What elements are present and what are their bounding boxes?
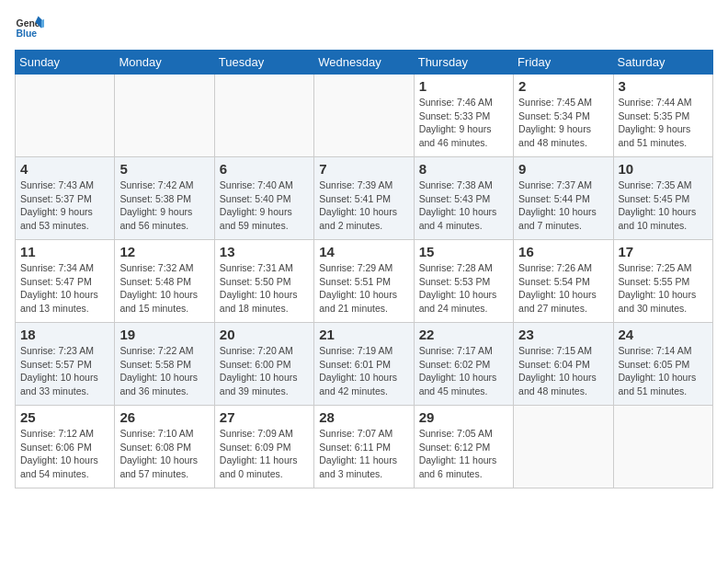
weekday-header-wednesday: Wednesday xyxy=(314,51,414,75)
calendar-week-row: 25Sunrise: 7:12 AMSunset: 6:06 PMDayligh… xyxy=(16,406,713,488)
weekday-header-tuesday: Tuesday xyxy=(214,51,313,75)
calendar-cell: 16Sunrise: 7:26 AMSunset: 5:54 PMDayligh… xyxy=(514,240,613,323)
calendar-cell: 22Sunrise: 7:17 AMSunset: 6:02 PMDayligh… xyxy=(414,323,513,406)
weekday-header-sunday: Sunday xyxy=(16,51,115,75)
day-info: Sunrise: 7:34 AMSunset: 5:47 PMDaylight:… xyxy=(20,261,109,316)
weekday-header-row: SundayMondayTuesdayWednesdayThursdayFrid… xyxy=(16,51,713,75)
calendar-cell xyxy=(115,75,214,157)
day-info: Sunrise: 7:38 AMSunset: 5:43 PMDaylight:… xyxy=(419,178,508,233)
day-number: 14 xyxy=(319,244,408,259)
day-info: Sunrise: 7:40 AMSunset: 5:40 PMDaylight:… xyxy=(220,178,309,233)
day-number: 27 xyxy=(220,409,309,425)
calendar-cell: 3Sunrise: 7:44 AMSunset: 5:35 PMDaylight… xyxy=(613,75,712,157)
day-number: 17 xyxy=(619,244,708,259)
day-number: 8 xyxy=(419,161,508,177)
day-info: Sunrise: 7:10 AMSunset: 6:08 PMDaylight:… xyxy=(119,427,209,481)
day-number: 3 xyxy=(619,78,708,94)
day-number: 16 xyxy=(518,244,608,259)
day-info: Sunrise: 7:42 AMSunset: 5:38 PMDaylight:… xyxy=(119,178,209,233)
day-number: 25 xyxy=(20,409,109,425)
day-number: 12 xyxy=(119,244,209,259)
day-info: Sunrise: 7:35 AMSunset: 5:45 PMDaylight:… xyxy=(619,178,708,233)
calendar-cell: 15Sunrise: 7:28 AMSunset: 5:53 PMDayligh… xyxy=(414,240,513,323)
day-info: Sunrise: 7:32 AMSunset: 5:48 PMDaylight:… xyxy=(119,261,209,316)
day-number: 5 xyxy=(119,161,209,177)
weekday-header-saturday: Saturday xyxy=(613,51,712,75)
day-info: Sunrise: 7:44 AMSunset: 5:35 PMDaylight:… xyxy=(619,96,708,150)
day-info: Sunrise: 7:22 AMSunset: 5:58 PMDaylight:… xyxy=(119,344,209,398)
calendar-cell: 1Sunrise: 7:46 AMSunset: 5:33 PMDaylight… xyxy=(414,75,513,157)
calendar-cell xyxy=(514,406,613,488)
calendar-cell: 28Sunrise: 7:07 AMSunset: 6:11 PMDayligh… xyxy=(314,406,414,488)
weekday-header-thursday: Thursday xyxy=(414,51,513,75)
day-info: Sunrise: 7:15 AMSunset: 6:04 PMDaylight:… xyxy=(518,344,608,398)
day-number: 9 xyxy=(518,161,608,177)
calendar-cell: 29Sunrise: 7:05 AMSunset: 6:12 PMDayligh… xyxy=(414,406,513,488)
logo: General Blue xyxy=(15,15,44,40)
calendar-cell: 18Sunrise: 7:23 AMSunset: 5:57 PMDayligh… xyxy=(16,323,115,406)
calendar-cell xyxy=(214,75,313,157)
day-info: Sunrise: 7:46 AMSunset: 5:33 PMDaylight:… xyxy=(419,96,508,150)
day-number: 1 xyxy=(419,78,508,94)
calendar-cell xyxy=(16,75,115,157)
day-number: 18 xyxy=(20,327,109,342)
day-info: Sunrise: 7:45 AMSunset: 5:34 PMDaylight:… xyxy=(518,96,608,150)
day-info: Sunrise: 7:31 AMSunset: 5:50 PMDaylight:… xyxy=(220,261,309,316)
day-number: 21 xyxy=(319,327,408,342)
day-number: 23 xyxy=(518,327,608,342)
day-number: 2 xyxy=(518,78,608,94)
logo-icon: General Blue xyxy=(15,15,44,40)
calendar-cell: 11Sunrise: 7:34 AMSunset: 5:47 PMDayligh… xyxy=(16,240,115,323)
calendar-cell: 14Sunrise: 7:29 AMSunset: 5:51 PMDayligh… xyxy=(314,240,414,323)
day-number: 20 xyxy=(220,327,309,342)
calendar-cell: 4Sunrise: 7:43 AMSunset: 5:37 PMDaylight… xyxy=(16,157,115,240)
day-number: 26 xyxy=(119,409,209,425)
day-info: Sunrise: 7:43 AMSunset: 5:37 PMDaylight:… xyxy=(20,178,109,233)
day-number: 4 xyxy=(20,161,109,177)
calendar-cell xyxy=(314,75,414,157)
calendar-cell: 12Sunrise: 7:32 AMSunset: 5:48 PMDayligh… xyxy=(115,240,214,323)
calendar-table: SundayMondayTuesdayWednesdayThursdayFrid… xyxy=(15,50,713,488)
day-info: Sunrise: 7:25 AMSunset: 5:55 PMDaylight:… xyxy=(619,261,708,316)
calendar-cell: 19Sunrise: 7:22 AMSunset: 5:58 PMDayligh… xyxy=(115,323,214,406)
calendar-cell: 25Sunrise: 7:12 AMSunset: 6:06 PMDayligh… xyxy=(16,406,115,488)
day-info: Sunrise: 7:05 AMSunset: 6:12 PMDaylight:… xyxy=(419,427,508,481)
page-header: General Blue xyxy=(15,15,713,40)
day-info: Sunrise: 7:39 AMSunset: 5:41 PMDaylight:… xyxy=(319,178,408,233)
calendar-cell: 9Sunrise: 7:37 AMSunset: 5:44 PMDaylight… xyxy=(514,157,613,240)
day-info: Sunrise: 7:28 AMSunset: 5:53 PMDaylight:… xyxy=(419,261,508,316)
calendar-cell: 26Sunrise: 7:10 AMSunset: 6:08 PMDayligh… xyxy=(115,406,214,488)
weekday-header-monday: Monday xyxy=(115,51,214,75)
day-info: Sunrise: 7:23 AMSunset: 5:57 PMDaylight:… xyxy=(20,344,109,398)
calendar-week-row: 4Sunrise: 7:43 AMSunset: 5:37 PMDaylight… xyxy=(16,157,713,240)
day-info: Sunrise: 7:20 AMSunset: 6:00 PMDaylight:… xyxy=(220,344,309,398)
day-info: Sunrise: 7:37 AMSunset: 5:44 PMDaylight:… xyxy=(518,178,608,233)
calendar-cell: 17Sunrise: 7:25 AMSunset: 5:55 PMDayligh… xyxy=(613,240,712,323)
day-info: Sunrise: 7:26 AMSunset: 5:54 PMDaylight:… xyxy=(518,261,608,316)
calendar-cell: 27Sunrise: 7:09 AMSunset: 6:09 PMDayligh… xyxy=(214,406,313,488)
day-number: 13 xyxy=(220,244,309,259)
day-number: 22 xyxy=(419,327,508,342)
day-number: 28 xyxy=(319,409,408,425)
calendar-cell xyxy=(613,406,712,488)
day-number: 19 xyxy=(119,327,209,342)
day-number: 6 xyxy=(220,161,309,177)
calendar-cell: 20Sunrise: 7:20 AMSunset: 6:00 PMDayligh… xyxy=(214,323,313,406)
day-info: Sunrise: 7:14 AMSunset: 6:05 PMDaylight:… xyxy=(619,344,708,398)
calendar-cell: 23Sunrise: 7:15 AMSunset: 6:04 PMDayligh… xyxy=(514,323,613,406)
svg-text:Blue: Blue xyxy=(17,29,38,39)
day-info: Sunrise: 7:17 AMSunset: 6:02 PMDaylight:… xyxy=(419,344,508,398)
calendar-cell: 24Sunrise: 7:14 AMSunset: 6:05 PMDayligh… xyxy=(613,323,712,406)
day-number: 24 xyxy=(619,327,708,342)
day-info: Sunrise: 7:29 AMSunset: 5:51 PMDaylight:… xyxy=(319,261,408,316)
calendar-cell: 6Sunrise: 7:40 AMSunset: 5:40 PMDaylight… xyxy=(214,157,313,240)
calendar-cell: 21Sunrise: 7:19 AMSunset: 6:01 PMDayligh… xyxy=(314,323,414,406)
calendar-cell: 5Sunrise: 7:42 AMSunset: 5:38 PMDaylight… xyxy=(115,157,214,240)
day-info: Sunrise: 7:12 AMSunset: 6:06 PMDaylight:… xyxy=(20,427,109,481)
day-info: Sunrise: 7:07 AMSunset: 6:11 PMDaylight:… xyxy=(319,427,408,481)
calendar-cell: 8Sunrise: 7:38 AMSunset: 5:43 PMDaylight… xyxy=(414,157,513,240)
calendar-week-row: 1Sunrise: 7:46 AMSunset: 5:33 PMDaylight… xyxy=(16,75,713,157)
calendar-cell: 2Sunrise: 7:45 AMSunset: 5:34 PMDaylight… xyxy=(514,75,613,157)
day-number: 15 xyxy=(419,244,508,259)
day-info: Sunrise: 7:09 AMSunset: 6:09 PMDaylight:… xyxy=(220,427,309,481)
